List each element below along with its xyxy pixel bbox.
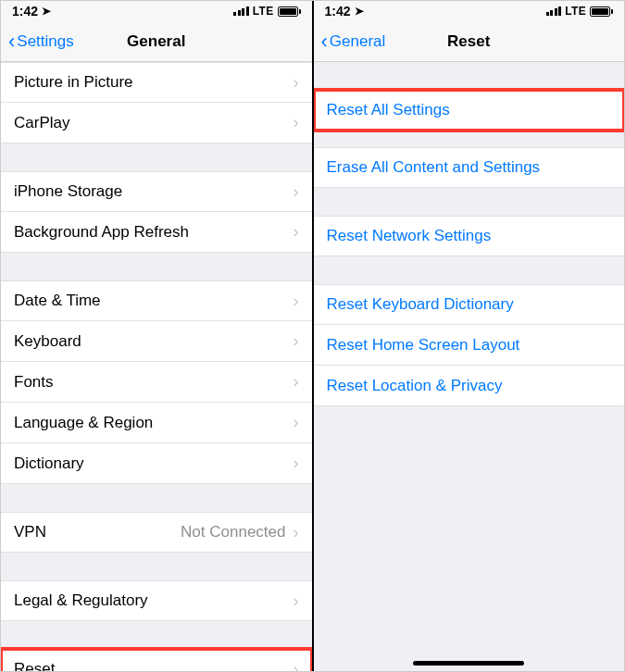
row-label: Picture in Picture [14, 73, 133, 92]
home-indicator[interactable] [413, 661, 524, 666]
row-label: Reset All Settings [327, 101, 450, 119]
settings-group: Legal & Regulatory› [1, 580, 312, 621]
battery-icon [590, 6, 613, 17]
status-bar: 1:42 ➤ LTE [1, 1, 312, 21]
signal-icon [233, 6, 249, 16]
row-label: Date & Time [14, 292, 101, 310]
location-icon: ➤ [42, 5, 51, 18]
reset-list: Reset All SettingsErase All Content and … [314, 62, 625, 406]
row-label: Reset Location & Privacy [327, 377, 503, 395]
row-legal-regulatory[interactable]: Legal & Regulatory› [1, 580, 312, 621]
settings-group: Reset Keyboard DictionaryReset Home Scre… [314, 284, 625, 406]
row-accessory: › [294, 331, 299, 351]
row-accessory: › [294, 292, 299, 311]
chevron-right-icon: › [294, 182, 299, 202]
row-fonts[interactable]: Fonts› [1, 362, 312, 403]
clock: 1:42 [325, 4, 351, 19]
group-gap [314, 62, 625, 90]
chevron-right-icon: › [294, 372, 299, 392]
group-gap [1, 621, 312, 649]
back-button[interactable]: ‹ General [321, 31, 386, 52]
nav-bar: ‹ General Reset [314, 21, 625, 62]
row-reset-network-settings[interactable]: Reset Network Settings [314, 216, 625, 256]
group-gap [1, 553, 312, 580]
settings-group: Reset›Shut Down [1, 649, 312, 671]
row-label: Keyboard [14, 332, 81, 351]
chevron-right-icon: › [294, 454, 299, 473]
row-accessory: › [294, 372, 299, 392]
clock: 1:42 [12, 4, 38, 19]
row-label: CarPlay [14, 114, 69, 132]
chevron-left-icon: ‹ [8, 31, 15, 52]
location-icon: ➤ [355, 5, 364, 18]
general-screen: 1:42 ➤ LTE ‹ Settings General Picture in… [1, 1, 312, 671]
row-accessory: › [294, 660, 299, 672]
row-label: Language & Region [14, 414, 153, 432]
group-gap [1, 484, 312, 512]
row-reset-home-screen-layout[interactable]: Reset Home Screen Layout [314, 325, 625, 366]
row-dictionary[interactable]: Dictionary› [1, 443, 312, 484]
network-label: LTE [253, 5, 274, 18]
row-accessory: › [294, 222, 299, 242]
row-label: Dictionary [14, 454, 84, 473]
settings-group: VPNNot Connected› [1, 512, 312, 553]
row-keyboard[interactable]: Keyboard› [1, 321, 312, 362]
row-label: Reset Home Screen Layout [327, 336, 520, 355]
row-accessory: › [294, 182, 299, 202]
row-reset-all-settings[interactable]: Reset All Settings [314, 90, 625, 131]
chevron-right-icon: › [294, 222, 299, 242]
row-label: Background App Refresh [14, 223, 189, 242]
row-label: Reset [14, 660, 55, 671]
row-accessory: › [294, 413, 299, 432]
row-detail: Not Connected [181, 523, 285, 541]
chevron-right-icon: › [294, 413, 299, 432]
row-label: Fonts [14, 373, 54, 392]
battery-icon [278, 6, 301, 17]
row-reset-keyboard-dictionary[interactable]: Reset Keyboard Dictionary [314, 284, 625, 325]
nav-bar: ‹ Settings General [1, 21, 312, 62]
row-label: Reset Keyboard Dictionary [327, 295, 514, 314]
chevron-right-icon: › [294, 331, 299, 351]
back-button[interactable]: ‹ Settings [8, 31, 74, 52]
row-background-app-refresh[interactable]: Background App Refresh› [1, 212, 312, 253]
row-label: Legal & Regulatory [14, 591, 148, 610]
settings-group: iPhone Storage›Background App Refresh› [1, 171, 312, 253]
group-gap [314, 188, 625, 216]
row-reset-location-privacy[interactable]: Reset Location & Privacy [314, 366, 625, 406]
group-gap [1, 253, 312, 280]
row-accessory: › [294, 454, 299, 473]
row-accessory: Not Connected› [181, 523, 298, 542]
settings-group: Reset All Settings [314, 90, 625, 131]
chevron-right-icon: › [294, 113, 299, 132]
row-reset[interactable]: Reset› [1, 649, 312, 671]
group-gap [314, 256, 625, 284]
signal-icon [546, 6, 562, 16]
chevron-left-icon: ‹ [321, 31, 328, 52]
row-accessory: › [294, 591, 299, 611]
back-label: Settings [17, 32, 73, 51]
row-label: Reset Network Settings [327, 227, 492, 245]
chevron-right-icon: › [294, 660, 299, 672]
chevron-right-icon: › [294, 292, 299, 311]
settings-group: Reset Network Settings [314, 216, 625, 256]
row-date-time[interactable]: Date & Time› [1, 280, 312, 321]
chevron-right-icon: › [294, 591, 299, 611]
row-picture-in-picture[interactable]: Picture in Picture› [1, 62, 312, 103]
row-vpn[interactable]: VPNNot Connected› [1, 512, 312, 553]
row-iphone-storage[interactable]: iPhone Storage› [1, 171, 312, 212]
row-carplay[interactable]: CarPlay› [1, 103, 312, 143]
group-gap [314, 131, 625, 147]
row-label: Erase All Content and Settings [327, 158, 541, 177]
chevron-right-icon: › [294, 523, 299, 542]
reset-screen: 1:42 ➤ LTE ‹ General Reset Reset All Set… [314, 1, 625, 671]
settings-group: Date & Time›Keyboard›Fonts›Language & Re… [1, 280, 312, 484]
group-gap [1, 143, 312, 171]
row-erase-all-content[interactable]: Erase All Content and Settings [314, 147, 625, 188]
row-accessory: › [294, 73, 299, 93]
settings-group: Erase All Content and Settings [314, 147, 625, 188]
row-accessory: › [294, 113, 299, 132]
settings-group: Picture in Picture›CarPlay› [1, 62, 312, 143]
row-language-region[interactable]: Language & Region› [1, 403, 312, 443]
row-label: VPN [14, 523, 46, 541]
network-label: LTE [565, 5, 586, 18]
